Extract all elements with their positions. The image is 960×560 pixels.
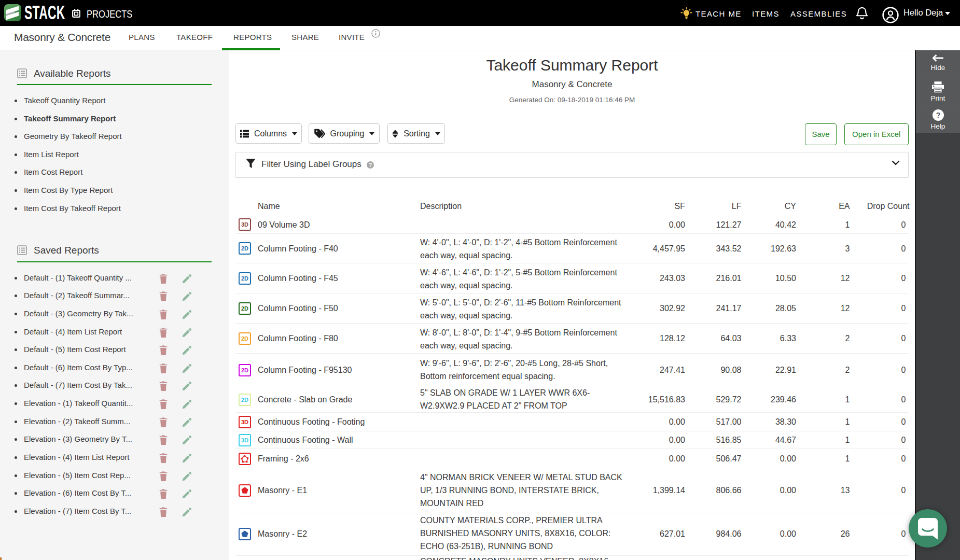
svg-text:?: ?: [369, 162, 372, 167]
svg-text:?: ?: [936, 111, 940, 119]
